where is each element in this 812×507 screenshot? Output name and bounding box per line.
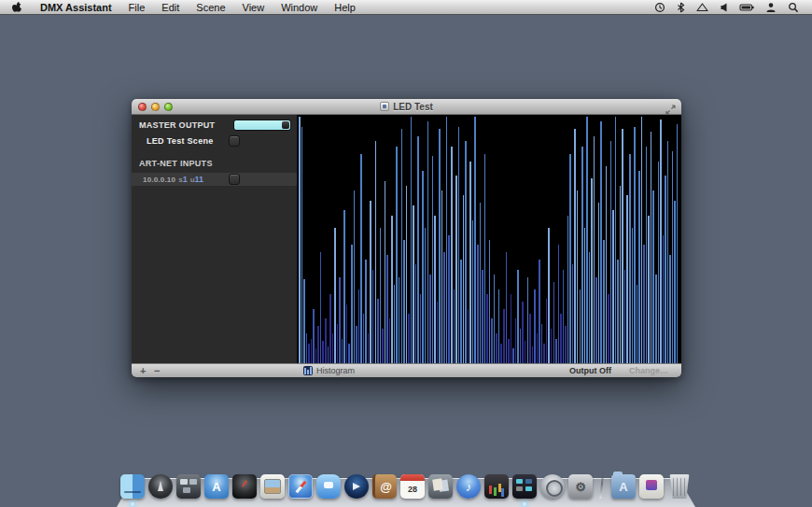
menu-item-scene[interactable]: Scene — [188, 0, 233, 14]
menu-app-name[interactable]: DMX Assistant — [32, 0, 120, 14]
master-output-row: MASTER OUTPUT — [132, 119, 297, 132]
histogram-bar — [385, 181, 386, 363]
master-output-slider[interactable] — [233, 120, 291, 131]
dock: A@28♪⚙A — [117, 464, 695, 507]
histogram-bar — [624, 270, 626, 363]
histogram-bar — [391, 216, 393, 363]
scene-checkbox[interactable] — [229, 135, 240, 147]
safari-icon[interactable] — [288, 474, 313, 499]
volume-menu-icon[interactable] — [714, 0, 734, 14]
histogram-bar — [360, 154, 362, 363]
histogram-bar — [332, 333, 334, 363]
histogram-bar — [651, 132, 652, 363]
histogram-bar — [434, 216, 436, 363]
mission-control-icon[interactable] — [176, 474, 201, 499]
histogram-bar — [465, 141, 467, 363]
airport-menu-icon[interactable] — [691, 0, 714, 14]
histogram-bar — [417, 136, 419, 363]
user-menu-icon[interactable] — [760, 0, 782, 14]
running-indicator — [523, 502, 526, 506]
histogram-bar — [403, 240, 405, 363]
apple-icon — [11, 1, 22, 13]
histogram-mode-label[interactable]: Histogram — [303, 364, 355, 377]
window-title-bar[interactable]: LED Test — [132, 99, 681, 115]
slider-knob[interactable] — [282, 121, 289, 129]
launchpad-icon[interactable] — [148, 474, 173, 499]
histogram-bar — [572, 264, 574, 363]
dmx-console-icon[interactable] — [484, 474, 509, 499]
apple-menu[interactable] — [0, 1, 32, 13]
time-machine-menu-icon[interactable] — [649, 0, 671, 14]
histogram-bar — [472, 220, 474, 363]
app-store-icon[interactable]: A — [204, 474, 229, 499]
histogram-bar — [411, 117, 413, 363]
histogram-bar — [517, 270, 519, 363]
histogram-bar — [346, 304, 348, 363]
histogram-panel — [297, 115, 681, 363]
histogram-bar — [548, 228, 550, 363]
histogram-bar — [563, 270, 565, 363]
histogram-bar — [603, 240, 605, 363]
time-machine-icon[interactable] — [540, 474, 565, 499]
histogram-bar — [589, 252, 591, 363]
histogram-bar — [567, 216, 569, 363]
histogram-bar — [356, 326, 357, 363]
menu-item-view[interactable]: View — [234, 0, 273, 14]
artnet-input-row[interactable]: 10.0.0.10 s1 u11 — [132, 173, 297, 186]
histogram-bar — [372, 270, 374, 363]
histogram-bar — [484, 154, 486, 363]
histogram-bar — [358, 289, 360, 363]
applications-folder-icon[interactable]: A — [611, 474, 636, 499]
menu-item-edit[interactable]: Edit — [153, 0, 188, 14]
trash-icon[interactable] — [667, 474, 692, 499]
menu-item-help[interactable]: Help — [326, 0, 364, 14]
menu-item-file[interactable]: File — [120, 0, 154, 14]
installer-icon[interactable] — [639, 474, 664, 499]
facetime-icon[interactable] — [344, 474, 369, 499]
photo-booth-icon[interactable] — [428, 474, 453, 499]
spotlight-icon[interactable] — [782, 0, 805, 14]
artnet-ip-label: 10.0.0.10 — [132, 176, 175, 184]
artnet-input-checkbox[interactable] — [229, 174, 240, 185]
histogram-bar — [598, 203, 600, 363]
minimize-button[interactable] — [151, 103, 160, 111]
histogram-bars — [299, 117, 679, 363]
window-toolbar: + − Histogram Output Off Change… — [132, 363, 681, 377]
menu-item-window[interactable]: Window — [273, 0, 326, 14]
applications-folder-glyph: A — [611, 474, 636, 499]
finder-icon[interactable] — [120, 474, 145, 499]
histogram-bar — [399, 277, 400, 363]
battery-menu-icon[interactable] — [734, 0, 760, 14]
led-test-scene-row[interactable]: LED Test Scene — [132, 134, 297, 148]
histogram-bar — [529, 314, 531, 363]
dmx-assistant-icon[interactable] — [512, 474, 537, 499]
zoom-button[interactable] — [164, 103, 173, 111]
histogram-bar — [522, 302, 524, 363]
histogram-bar — [494, 275, 496, 363]
dashboard-icon[interactable] — [232, 474, 257, 499]
messages-icon[interactable] — [316, 474, 341, 499]
histogram-bar — [629, 154, 631, 363]
histogram-bar — [468, 309, 469, 363]
close-button[interactable] — [138, 103, 147, 111]
histogram-bar — [641, 117, 643, 363]
histogram-bar — [615, 117, 617, 363]
ical-icon[interactable]: 28 — [400, 474, 425, 499]
histogram-bar — [638, 171, 640, 363]
histogram-bar — [482, 270, 483, 363]
preview-icon[interactable] — [260, 474, 285, 499]
system-preferences-icon[interactable]: ⚙ — [568, 474, 593, 499]
histogram-bar — [315, 348, 317, 363]
bluetooth-menu-icon[interactable] — [671, 0, 691, 14]
histogram-bar — [348, 344, 350, 363]
histogram-bar — [532, 346, 534, 363]
histogram-bar — [365, 260, 367, 363]
histogram-bar — [429, 275, 431, 363]
histogram-bar — [558, 245, 560, 363]
change-button[interactable]: Change… — [629, 364, 668, 377]
ical-glyph: 28 — [400, 474, 425, 499]
address-book-icon[interactable]: @ — [372, 474, 397, 499]
remove-button[interactable]: − — [154, 364, 160, 377]
add-button[interactable]: + — [140, 364, 146, 377]
itunes-icon[interactable]: ♪ — [456, 474, 481, 499]
